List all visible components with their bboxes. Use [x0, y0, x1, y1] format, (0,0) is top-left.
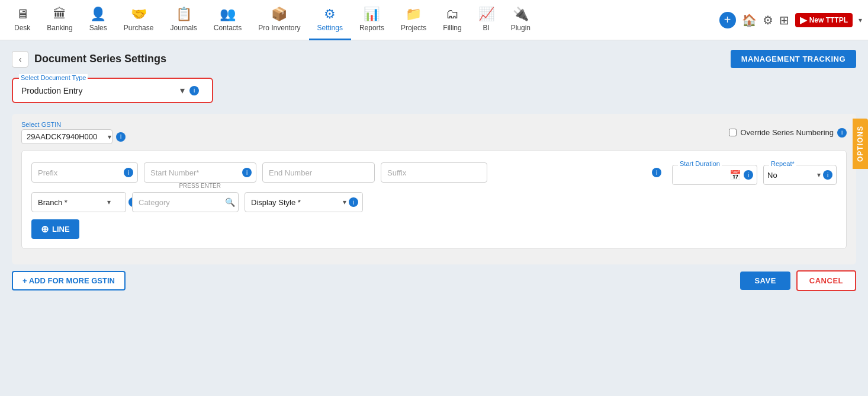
- branch-select[interactable]: Branch *: [31, 192, 126, 212]
- start-number-field: i: [144, 162, 256, 183]
- main-content: ‹ Document Series Settings MANAGEMENT TR…: [0, 40, 868, 396]
- gstin-select[interactable]: 29AADCK7940H000: [21, 129, 112, 144]
- nav-item-contacts[interactable]: 👥 Contacts: [205, 0, 250, 40]
- nav-item-plugin[interactable]: 🔌 Plugin: [503, 0, 539, 40]
- nav-label-contacts: Contacts: [214, 24, 242, 32]
- contacts-icon: 👥: [220, 7, 236, 22]
- nav-item-purchase[interactable]: 🤝 Purchase: [115, 0, 162, 40]
- options-sidebar[interactable]: OPTIONS: [853, 119, 868, 169]
- projects-icon: 📁: [406, 7, 422, 22]
- repeat-info-icon[interactable]: i: [823, 170, 832, 180]
- prefix-info-icon[interactable]: i: [124, 168, 133, 177]
- nav-label-pro-inventory: Pro Inventory: [258, 24, 300, 32]
- back-button[interactable]: ‹: [12, 51, 28, 68]
- suffix-input[interactable]: [381, 162, 487, 183]
- settings-icon: ⚙: [324, 7, 336, 22]
- nav-label-journals: Journals: [170, 24, 197, 32]
- nav-item-settings[interactable]: ⚙ Settings: [309, 0, 351, 40]
- override-label: Override Series Numbering: [740, 128, 834, 137]
- prefix-input[interactable]: [31, 162, 138, 183]
- override-info-icon[interactable]: i: [837, 128, 847, 138]
- banking-icon: 🏛: [53, 7, 66, 22]
- nav-item-pro-inventory[interactable]: 📦 Pro Inventory: [250, 0, 308, 40]
- end-number-input[interactable]: [262, 162, 375, 183]
- gstin-info-icon[interactable]: i: [116, 132, 126, 142]
- footer-right: SAVE CANCEL: [740, 270, 856, 291]
- document-type-selector[interactable]: Select Document Type Production Entry ▾ …: [12, 78, 213, 103]
- display-style-info-icon[interactable]: i: [349, 197, 358, 207]
- nav-label-bi: BI: [483, 24, 489, 32]
- start-number-input[interactable]: [144, 162, 256, 183]
- display-style-select[interactable]: Display Style *: [245, 192, 363, 212]
- add-line-button[interactable]: ⊕ LINE: [31, 219, 79, 239]
- company-dropdown-chevron[interactable]: ▾: [859, 16, 862, 24]
- nav-right: + 🏠 ⚙ ⊞ ▶ New TTTPL ▾: [719, 12, 862, 28]
- desk-icon: 🖥: [16, 7, 29, 22]
- top-navigation: 🖥 Desk 🏛 Banking 👤 Sales 🤝 Purchase 📋 Jo…: [0, 0, 868, 40]
- nav-item-banking[interactable]: 🏛 Banking: [38, 0, 81, 40]
- category-search-icon[interactable]: 🔍: [225, 197, 235, 207]
- add-button[interactable]: +: [719, 12, 736, 28]
- add-gstin-button[interactable]: + ADD FOR MORE GSTIN: [12, 271, 126, 290]
- duration-info-icon[interactable]: i: [744, 170, 753, 180]
- reports-icon: 📊: [364, 7, 380, 22]
- nav-item-projects[interactable]: 📁 Projects: [393, 0, 435, 40]
- category-input[interactable]: [132, 192, 239, 212]
- repeat-select[interactable]: No Daily Weekly Monthly Yearly: [767, 171, 815, 180]
- gstin-section: Select GSTIN 29AADCK7940H000 ▾ i Overrid…: [12, 114, 856, 264]
- management-tracking-button[interactable]: MANAGEMENT TRACKING: [731, 50, 856, 68]
- repeat-field: Repeat* No Daily Weekly Monthly Yearly ▾…: [763, 165, 837, 185]
- filling-icon: 🗂: [446, 7, 459, 22]
- doc-type-info-icon[interactable]: i: [189, 86, 199, 95]
- form-row-2: Branch * ▾ i PRESS ENTER 🔍 Display Style…: [31, 192, 837, 212]
- nav-item-sales[interactable]: 👤 Sales: [81, 0, 115, 40]
- cancel-button[interactable]: CANCEL: [796, 270, 856, 291]
- add-line-label: LINE: [52, 225, 70, 234]
- nav-item-journals[interactable]: 📋 Journals: [162, 0, 205, 40]
- document-type-select-row: Production Entry ▾ i: [21, 85, 199, 96]
- bi-icon: 📈: [478, 7, 494, 22]
- nav-label-banking: Banking: [47, 24, 72, 32]
- repeat-label: Repeat*: [769, 160, 796, 167]
- start-duration-field: Start Duration 26/06/2024 📅 i: [672, 165, 757, 185]
- override-checkbox[interactable]: [729, 129, 737, 136]
- start-duration-input[interactable]: 26/06/2024: [676, 171, 729, 180]
- sales-icon: 👤: [90, 7, 106, 22]
- nav-item-reports[interactable]: 📊 Reports: [351, 0, 393, 40]
- press-enter-label: PRESS ENTER: [179, 183, 221, 189]
- plugin-icon: 🔌: [513, 7, 529, 22]
- form-row-1: i i i Start Duration: [31, 160, 837, 185]
- doc-type-chevron-icon[interactable]: ▾: [180, 85, 185, 96]
- pro-inventory-icon: 📦: [271, 7, 287, 22]
- gstin-row: Select GSTIN 29AADCK7940H000 ▾ i Overrid…: [21, 121, 847, 144]
- calendar-icon[interactable]: 📅: [729, 170, 741, 181]
- page-header: ‹ Document Series Settings MANAGEMENT TR…: [12, 50, 856, 68]
- nav-label-desk: Desk: [14, 24, 30, 32]
- start-duration-label: Start Duration: [678, 160, 722, 167]
- nav-label-projects: Projects: [401, 24, 426, 32]
- nav-item-desk[interactable]: 🖥 Desk: [6, 0, 38, 40]
- nav-label-plugin: Plugin: [511, 24, 531, 32]
- save-button[interactable]: SAVE: [740, 272, 790, 290]
- nav-items: 🖥 Desk 🏛 Banking 👤 Sales 🤝 Purchase 📋 Jo…: [6, 0, 719, 40]
- gstin-control: Select GSTIN 29AADCK7940H000 ▾ i: [21, 121, 126, 144]
- nav-item-bi[interactable]: 📈 BI: [470, 0, 503, 40]
- journals-icon: 📋: [176, 7, 192, 22]
- home-icon-btn[interactable]: 🏠: [742, 13, 757, 27]
- display-style-field: Display Style * ▾ i: [245, 192, 363, 212]
- gstin-select-wrapper: 29AADCK7940H000 ▾ i: [21, 129, 126, 144]
- add-line-plus-icon: ⊕: [41, 223, 49, 235]
- prefix-field: i: [31, 162, 138, 183]
- gstin-left: Select GSTIN 29AADCK7940H000 ▾ i: [21, 121, 126, 144]
- nav-label-filling: Filling: [443, 24, 461, 32]
- nav-item-filling[interactable]: 🗂 Filling: [435, 0, 470, 40]
- youtube-company-badge[interactable]: ▶ New TTTPL: [795, 13, 853, 27]
- nav-label-settings: Settings: [317, 24, 343, 32]
- company-name: New TTTPL: [809, 16, 848, 24]
- suffix-info-icon[interactable]: i: [652, 168, 661, 177]
- gear-icon-btn[interactable]: ⚙: [763, 13, 773, 27]
- start-number-info-icon[interactable]: i: [242, 168, 252, 177]
- gstin-label: Select GSTIN: [21, 121, 126, 128]
- grid-icon-btn[interactable]: ⊞: [779, 13, 789, 27]
- nav-label-reports: Reports: [359, 24, 384, 32]
